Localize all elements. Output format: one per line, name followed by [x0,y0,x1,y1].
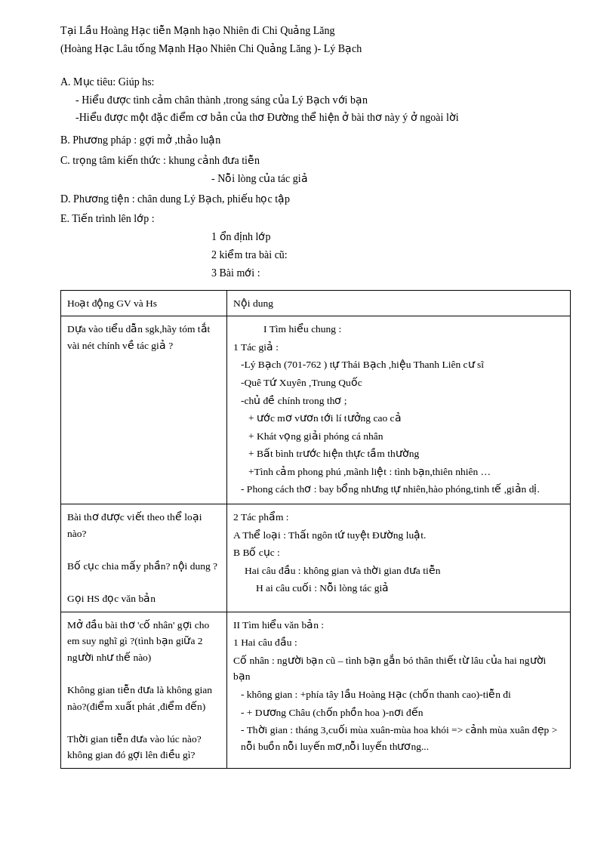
work-item-a: A Thể loại : Thất ngôn tứ tuyệt Đường lu… [233,527,564,544]
section-e-label: E. Tiến trình lên lớp : [60,210,571,228]
section-b: B. Phương pháp : gợi mở ,thảo luận [60,131,571,150]
col2-header-text: Nội dung [233,298,273,309]
author-item-4: + Khát vọng giải phóng cá nhân [248,428,564,445]
left-col-analysis: Mở đầu bài thơ 'cố nhân' gợi cho em suy … [61,612,227,768]
left-col-work: Bài thơ được viết theo thể loại nào? Bố … [61,504,227,612]
section-i-title: I Tìm hiểu chung : [263,321,564,338]
author-item-6: +Tình cảm phong phú ,mãnh liệt : tình bạ… [248,464,564,480]
section-e-item1: 1 ổn định lớp [211,228,571,246]
author-item-1: -Quê Tứ Xuyên ,Trung Quốc [241,375,564,391]
analysis-bullet1: - không gian : +phía tây lầu Hoàng Hạc (… [241,686,564,703]
right-col-work: 2 Tác phẩm : A Thể loại : Thất ngôn tứ t… [227,504,571,612]
section-e-item2: 2 kiểm tra bài cũ: [211,246,571,264]
analysis-subtitle: 1 Hai câu đầu : [233,634,564,651]
section-d-text: D. Phương tiện : chân dung Lý Bạch, phiế… [60,190,571,208]
section-e-item3: 3 Bài mới : [211,264,571,282]
analysis-bullet2: - + Dương Châu (chốn phồn hoa )-nơi đến [241,705,564,721]
col2-header: Nội dung [227,290,571,316]
question-structure: Bố cục chia mấy phần? nội dung ? [67,558,220,575]
question-time: Thời gian tiễn đưa vào lúc nào?không gia… [67,731,220,763]
section-a: A. Mục tiêu: Giúp hs: - Hiểu được tình c… [60,73,571,127]
section-c-line2: - Nỗi lòng của tác giả [211,170,571,188]
table-row-analysis: Mở đầu bài thơ 'cố nhân' gợi cho em suy … [61,612,571,768]
analysis-title: II Tìm hiểu văn bản : [233,617,564,634]
table-header-row: Hoạt động GV và Hs Nội dung [61,290,571,316]
col1-header-text: Hoạt động GV và Hs [67,298,157,309]
work-item-b2: H ai câu cuối : Nỗi lòng tác giả [256,580,564,597]
header-section: Tại Lầu Hoàng Hạc tiễn Mạnh hạo Nhiên đi… [60,23,571,58]
section-e: E. Tiến trình lên lớp : 1 ổn định lớp 2 … [60,210,571,282]
author-item-2: -chủ đề chính trong thơ ; [241,393,564,409]
work-item-b1: Hai câu đầu : không gian và thời gian đư… [245,563,564,579]
question-space: Không gian tiễn đưa là không gian nào?(đ… [67,682,220,714]
section-a-item1: - Hiểu được tình cảm chân thành ,trong s… [75,91,571,109]
right-col-content: I Tìm hiểu chung : 1 Tác giả : -Lý Bạch … [227,316,571,504]
table-row-work: Bài thơ được viết theo thể loại nào? Bố … [61,504,571,612]
main-table: Hoạt động GV và Hs Nội dung Dựa vào tiểu… [60,290,571,769]
author-item-7: - Phong cách thơ : bay bổng nhưng tự nhi… [241,481,564,498]
section-b-text: B. Phương pháp : gợi mở ,thảo luận [60,131,571,150]
col1-header: Hoạt động GV và Hs [61,290,227,316]
author-item-0: -Lý Bạch (701-762 ) tự Thái Bạch ,hiệu T… [241,356,564,373]
analysis-conhan: Cố nhân : người bạn cũ – tình bạn gắn bó… [233,652,564,685]
question-genre: Bài thơ được viết theo thể loại nào? [67,509,220,541]
analysis-bullet3: - Thời gian : tháng 3,cuối mùa xuân-mùa … [241,722,564,754]
author-item-5: + Bất bình trước hiện thực tầm thường [248,446,564,462]
section-d: D. Phương tiện : chân dung Lý Bạch, phiế… [60,190,571,208]
table-row-author: Dựa vào tiểu dẫn sgk,hãy tóm tắt vài nét… [61,316,571,504]
work-item-b: B Bố cục : [233,544,564,561]
question-read: Gọi HS đọc văn bản [67,591,220,607]
title-line1: Tại Lầu Hoàng Hạc tiễn Mạnh hạo Nhiên đi… [60,23,571,39]
author-title: 1 Tác giả : [233,339,564,356]
section-c: C. trọng tâm kiến thức : khung cảnh đưa … [60,152,571,188]
question-author: Dựa vào tiểu dẫn sgk,hãy tóm tắt vài nét… [67,321,220,353]
right-col-analysis: II Tìm hiểu văn bản : 1 Hai câu đầu : Cố… [227,612,571,768]
author-item-3: + ước mơ vươn tới lí tưởng cao cả [248,410,564,427]
section-a-item2: -Hiểu được một đặc điểm cơ bản của thơ Đ… [75,109,571,127]
left-col-author: Dựa vào tiểu dẫn sgk,hãy tóm tắt vài nét… [61,316,227,504]
section-c-line1: C. trọng tâm kiến thức : khung cảnh đưa … [60,152,571,170]
title-line2: (Hoàng Hạc Lâu tống Mạnh Hạo Nhiên Chi Q… [60,41,571,57]
question-conhan: Mở đầu bài thơ 'cố nhân' gợi cho em suy … [67,617,220,666]
work-title: 2 Tác phẩm : [233,509,564,526]
section-a-label: A. Mục tiêu: Giúp hs: [60,73,571,91]
